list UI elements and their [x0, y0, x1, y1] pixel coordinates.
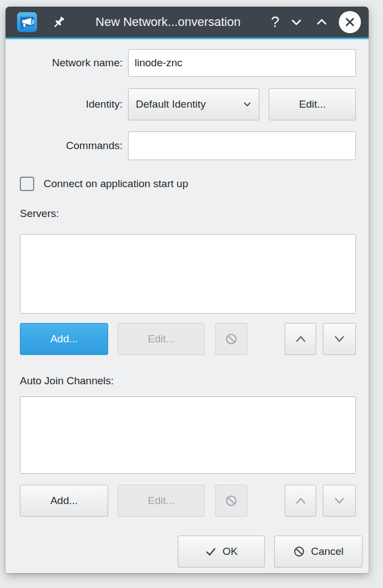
chevron-up-icon [294, 494, 308, 508]
cancel-button[interactable]: Cancel [274, 536, 363, 568]
servers-add-button[interactable]: Add... [20, 323, 108, 355]
identity-row: Identity: Default Identity Edit... [20, 88, 356, 120]
pin-icon[interactable] [52, 15, 66, 29]
maximize-button[interactable] [309, 14, 334, 30]
chevron-up-icon [294, 332, 308, 346]
connect-on-startup-row: Connect on application start up [20, 176, 356, 192]
servers-remove-button[interactable] [215, 323, 247, 355]
network-name-row: Network name: [20, 49, 356, 77]
cancel-button-label: Cancel [311, 545, 343, 558]
servers-label: Servers: [20, 207, 356, 220]
no-entry-icon [293, 545, 305, 558]
konversation-app-icon [17, 12, 38, 33]
ok-button[interactable]: OK [178, 536, 265, 568]
chevron-up-icon [313, 14, 330, 30]
dialog-footer: OK Cancel [20, 536, 363, 568]
autojoin-button-row: Add... Edit... [20, 485, 356, 517]
check-icon [205, 545, 217, 558]
help-icon: ? [271, 15, 279, 30]
chevron-down-icon [332, 332, 347, 346]
chevron-down-icon [332, 494, 347, 508]
close-button[interactable] [339, 11, 361, 33]
commands-label: Commands: [20, 140, 128, 152]
close-icon [344, 17, 355, 28]
window-title: New Network...onversation [66, 15, 270, 29]
servers-move-up-button[interactable] [285, 323, 316, 355]
autojoin-add-button[interactable]: Add... [20, 485, 108, 517]
minimize-button[interactable] [284, 14, 309, 30]
commands-input[interactable] [128, 131, 356, 160]
no-entry-icon [225, 332, 238, 346]
network-name-label: Network name: [20, 57, 128, 69]
connect-on-startup-label: Connect on application start up [44, 178, 188, 190]
autojoin-move-up-button[interactable] [285, 485, 316, 517]
new-network-dialog: New Network...onversation ? Network name… [6, 7, 369, 573]
commands-row: Commands: [20, 131, 356, 160]
servers-button-row: Add... Edit... [20, 323, 356, 355]
network-name-input[interactable] [128, 49, 356, 77]
identity-label: Identity: [20, 98, 128, 110]
servers-move-down-button[interactable] [323, 323, 356, 355]
identity-select[interactable]: Default Identity [128, 88, 259, 120]
servers-edit-button[interactable]: Edit... [118, 323, 205, 355]
ok-button-label: OK [222, 545, 237, 558]
no-entry-icon [225, 494, 238, 507]
identity-selected-value: Default Identity [136, 98, 206, 110]
servers-list[interactable] [20, 234, 356, 314]
titlebar-accent-line [6, 38, 369, 39]
titlebar[interactable]: New Network...onversation ? [6, 7, 369, 38]
dialog-content: Network name: Identity: Default Identity… [6, 49, 369, 568]
help-button[interactable]: ? [270, 15, 284, 30]
autojoin-remove-button[interactable] [215, 485, 247, 517]
chevron-down-icon [288, 14, 305, 30]
connect-on-startup-checkbox[interactable] [20, 177, 34, 191]
chevron-down-icon [242, 99, 252, 109]
autojoin-list[interactable] [20, 396, 356, 474]
autojoin-edit-button[interactable]: Edit... [118, 485, 205, 517]
identity-edit-button[interactable]: Edit... [269, 88, 356, 120]
autojoin-label: Auto Join Channels: [20, 374, 356, 388]
autojoin-move-down-button[interactable] [323, 485, 356, 517]
